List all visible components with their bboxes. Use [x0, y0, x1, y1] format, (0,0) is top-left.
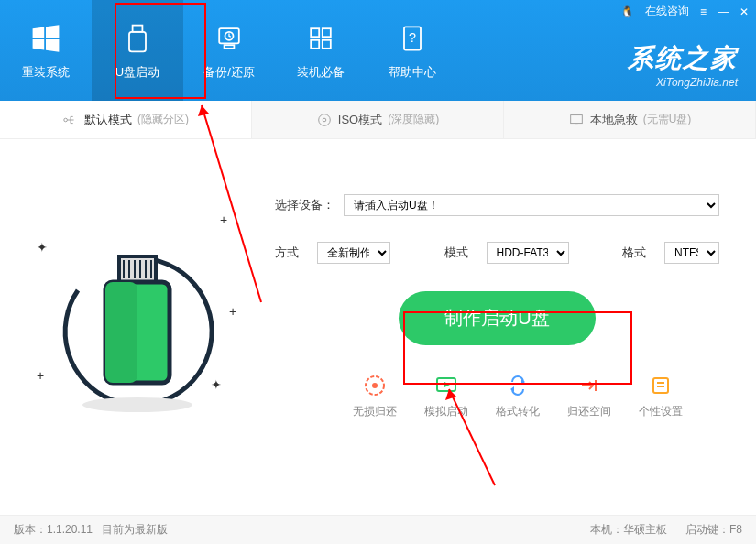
- action-label: 无损归还: [353, 404, 397, 419]
- action-label: 归还空间: [567, 404, 611, 419]
- mode-select[interactable]: HDD-FAT32: [487, 242, 569, 264]
- svg-marker-1: [46, 25, 59, 38]
- action-label: 模拟启动: [424, 404, 468, 419]
- tab-label: ISO模式: [338, 112, 382, 128]
- version-text: 版本：1.1.20.11: [14, 523, 93, 536]
- usb-small-icon: [62, 112, 79, 128]
- close-button[interactable]: ✕: [740, 5, 749, 18]
- svg-point-15: [64, 118, 68, 122]
- format-label: 格式: [622, 245, 646, 261]
- logo-cn: 系统之家: [628, 41, 738, 76]
- tab-label: 本地急救: [590, 112, 638, 128]
- svg-point-29: [82, 397, 192, 412]
- action-convert[interactable]: 格式转化: [496, 373, 540, 419]
- help-icon: ?: [394, 20, 431, 57]
- svg-point-31: [372, 383, 378, 388]
- usb-icon: [119, 20, 156, 57]
- bootkey-text: 启动键：F8: [685, 522, 742, 538]
- svg-rect-9: [311, 28, 319, 37]
- nav-label: 帮助中心: [389, 64, 436, 81]
- svg-marker-3: [46, 39, 59, 52]
- action-label: 个性设置: [639, 404, 683, 419]
- apps-icon: [302, 20, 339, 57]
- create-usb-button[interactable]: 制作启动U盘: [399, 291, 595, 345]
- svg-rect-5: [129, 32, 146, 52]
- svg-point-16: [318, 114, 330, 125]
- consult-icon[interactable]: 🐧: [620, 5, 634, 18]
- svg-marker-2: [33, 39, 45, 50]
- logo: 系统之家 XiTongZhiJia.net: [628, 41, 738, 89]
- tab-sub: (隐藏分区): [137, 112, 189, 127]
- action-label: 格式转化: [496, 404, 540, 419]
- pc-icon: [568, 112, 585, 128]
- nav-reinstall[interactable]: 重装系统: [0, 0, 92, 101]
- machine-text: 本机：华硕主板: [590, 522, 667, 538]
- action-simulate[interactable]: 模拟启动: [424, 373, 468, 419]
- backup-icon: [211, 20, 247, 57]
- nav-label: U盘启动: [115, 64, 159, 81]
- windows-icon: [27, 20, 64, 57]
- svg-rect-28: [105, 282, 137, 383]
- status-text: 目前为最新版: [102, 523, 168, 536]
- mode-tabs: 默认模式(隐藏分区) ISO模式(深度隐藏) 本地急救(无需U盘): [0, 101, 756, 139]
- action-settings[interactable]: 个性设置: [639, 373, 683, 419]
- action-return-space[interactable]: 归还空间: [567, 373, 611, 419]
- tab-local[interactable]: 本地急救(无需U盘): [504, 101, 756, 138]
- nav-label: 重装系统: [22, 64, 70, 81]
- menu-icon[interactable]: ≡: [700, 5, 707, 18]
- svg-marker-0: [33, 27, 45, 38]
- nav-backup[interactable]: 备份/还原: [183, 0, 275, 101]
- minimize-button[interactable]: —: [718, 5, 729, 18]
- svg-point-17: [323, 118, 326, 122]
- content: ✦ + + + ✦ 选择设备： 请插入启动U盘！ 方式 全新制作 模式 HDD-…: [0, 139, 756, 506]
- device-select[interactable]: 请插入启动U盘！: [344, 194, 719, 216]
- nav-label: 备份/还原: [203, 64, 255, 81]
- tab-iso[interactable]: ISO模式(深度隐藏): [252, 101, 504, 138]
- svg-rect-11: [311, 40, 319, 49]
- svg-rect-36: [595, 380, 597, 391]
- tab-sub: (无需U盘): [643, 112, 692, 127]
- bottom-actions: 无损归还 模拟启动 格式转化 归还空间 个性设置: [275, 354, 719, 419]
- footer: 版本：1.1.20.11 目前为最新版 本机：华硕主板启动键：F8: [0, 515, 756, 544]
- action-restore[interactable]: 无损归还: [353, 373, 397, 419]
- svg-rect-18: [570, 114, 582, 123]
- svg-rect-4: [133, 26, 143, 32]
- header: 重装系统 U盘启动 备份/还原 装机必备 ? 帮助中心 系统之家 XiTongZ…: [0, 0, 756, 101]
- form-area: 选择设备： 请插入启动U盘！ 方式 全新制作 模式 HDD-FAT32 格式 N…: [275, 158, 756, 487]
- svg-rect-8: [225, 45, 235, 49]
- nav-tools[interactable]: 装机必备: [275, 0, 367, 101]
- device-label: 选择设备：: [275, 197, 334, 213]
- nav-help[interactable]: ? 帮助中心: [367, 0, 458, 101]
- format-select[interactable]: NTFS: [664, 242, 719, 264]
- method-label: 方式: [275, 245, 299, 261]
- svg-rect-10: [323, 28, 331, 37]
- mode-label: 模式: [444, 245, 468, 261]
- tab-default[interactable]: 默认模式(隐藏分区): [0, 101, 252, 138]
- usb-illustration: ✦ + + + ✦: [0, 158, 275, 487]
- svg-rect-12: [323, 40, 331, 49]
- tab-sub: (深度隐藏): [388, 112, 439, 127]
- consult-link[interactable]: 在线咨询: [645, 4, 689, 19]
- method-select[interactable]: 全新制作: [317, 242, 390, 264]
- tab-label: 默认模式: [84, 112, 132, 128]
- logo-en: XiTongZhiJia.net: [628, 76, 738, 89]
- nav-label: 装机必备: [297, 64, 345, 81]
- iso-icon: [316, 112, 333, 128]
- titlebar: 🐧 在线咨询 ≡ — ✕: [620, 4, 749, 19]
- svg-marker-33: [444, 382, 450, 387]
- svg-text:?: ?: [409, 30, 416, 45]
- nav-usb-boot[interactable]: U盘启动: [92, 0, 183, 101]
